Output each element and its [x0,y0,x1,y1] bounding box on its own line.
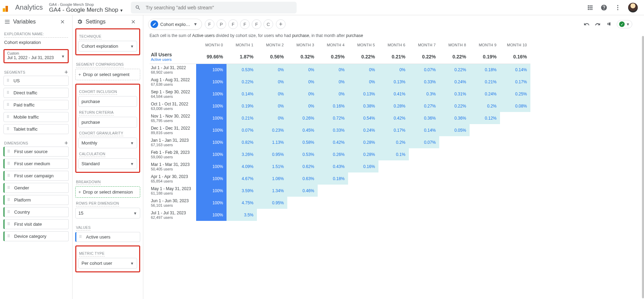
dimension-chip[interactable]: Gender [3,183,69,193]
cohort-cell [470,172,500,185]
cohort-cell: 100% [196,148,227,160]
tab-active[interactable]: Cohort explor… ▼ [148,19,202,30]
breakdown-dropzone[interactable]: + Drop or select dimension [75,186,140,198]
date-range-picker[interactable]: Custom Jul 1, 2022 - Jul 31, 2023 ▼ [3,49,69,63]
redo-icon[interactable] [595,21,601,27]
segment-chip[interactable]: Mobile traffic [3,112,69,122]
add-dimension-button[interactable]: + [64,141,68,145]
row-header: Dec 1 - Dec 31, 202289,816 users [150,124,196,136]
cohort-cell: 0.58% [287,136,318,148]
more-vert-icon[interactable] [614,4,621,11]
dimension-chip[interactable]: First user source [3,147,69,157]
cohort-cell [500,124,530,136]
undo-icon[interactable] [584,21,590,27]
drag-handle-icon [7,235,11,237]
cohort-cell: 4.09% [227,160,257,172]
cohort-cell [378,209,409,221]
cohort-cell: 0.13% [348,88,378,100]
drag-handle-icon [7,104,11,106]
granularity-dropdown[interactable]: Monthly▼ [78,138,137,148]
cohort-cell: 3.59% [227,185,257,197]
calculation-dropdown[interactable]: Standard▼ [78,158,137,169]
cohort-cell [378,172,409,185]
search-bar[interactable] [131,2,297,13]
table-row: Jul 1 - Jul 31, 202362,497 users100%3.5% [150,209,530,221]
close-icon[interactable] [60,19,65,25]
cohort-cell: 100% [196,197,227,209]
cohort-cell [318,197,348,209]
segment-chip[interactable]: Paid traffic [3,100,69,110]
cohort-cell: 100% [196,88,227,100]
segment-chip[interactable]: Direct traffic [3,88,69,98]
search-input[interactable] [146,5,292,10]
cohort-cell: 0% [287,100,318,112]
dimension-chip-label: Country [14,209,30,215]
cohort-cell: 0.46% [287,185,318,197]
row-header: Apr 1 - Apr 30, 202365,854 users [150,172,196,185]
cohort-cell [439,136,470,148]
row-header: Jun 1 - Jun 30, 202356,101 users [150,197,196,209]
cohort-inclusion-field[interactable]: purchase [78,96,137,107]
tab-label: Cohort explor… [160,22,191,27]
cohort-cell [378,197,409,209]
chevron-down-icon: ▼ [130,44,134,48]
share-icon[interactable] [606,21,612,27]
property-picker[interactable]: GA4 - Google Merch Shop GA4 - Google Mer… [49,2,123,13]
drag-handle-icon [7,175,11,177]
cohort-cell [409,197,439,209]
cohort-cell: 0.16% [348,160,378,172]
tab-bubble[interactable]: F [240,19,250,29]
value-chip[interactable]: Active users [75,232,140,242]
rows-dropdown[interactable]: 15▼ [75,208,140,218]
tab-bubble[interactable]: F [205,19,214,29]
dimension-chip[interactable]: First visit date [3,219,69,229]
cohort-cell: 100% [196,100,227,112]
tab-bubble[interactable]: F [228,19,238,29]
exploration-name[interactable]: Cohort exploration [0,40,72,47]
cohort-cell: 0.62% [287,160,318,172]
tab-bubble[interactable]: F [252,19,261,29]
segment-chip-label: Direct traffic [13,90,37,95]
cohort-cell [409,160,439,172]
table-row: Jun 1 - Jun 30, 202356,101 users100%4.75… [150,197,530,209]
close-icon[interactable] [131,19,136,25]
calculation-value: Standard [81,161,100,166]
dimension-chip[interactable]: First user campaign [3,171,69,181]
values-label: VALUES [76,225,90,231]
tab-bubble[interactable]: P [217,19,226,29]
all-users-sub[interactable]: Active users [151,57,193,62]
dimension-chip[interactable]: Device category [3,231,69,241]
tab-bubble[interactable]: C [263,19,273,29]
cohort-cell: 0.31% [439,88,470,100]
avatar[interactable] [628,3,638,12]
metric-type-dropdown[interactable]: Per cohort user▼ [78,258,137,269]
return-criteria-field[interactable]: purchase [78,117,137,128]
cohort-cell [257,209,287,221]
cohort-cell [409,209,439,221]
cohort-cell: 0% [287,64,318,76]
cohort-cell: 0.54% [348,112,378,124]
row-header: Jul 1 - Jul 31, 202362,497 users [150,209,196,221]
cohort-cell [287,209,318,221]
dimension-chip[interactable]: Platform [3,195,69,205]
dimension-chip[interactable]: Country [3,207,69,217]
cohort-inclusion-label: COHORT INCLUSION [79,90,117,95]
add-tab-button[interactable]: + [276,19,286,29]
help-icon[interactable] [600,4,607,11]
segment-chip[interactable]: US [3,76,69,86]
segment-chip[interactable]: Tablet traffic [3,124,69,134]
segment-chip-label: Paid traffic [13,102,35,108]
segment-dropzone[interactable]: + Drop or select segment [75,69,140,80]
status-pill[interactable]: ▼ [617,20,632,28]
technique-value: Cohort exploration [81,44,118,49]
canvas: Cohort explor… ▼ FPFFFC + ▼ Each cell is… [143,15,644,299]
month-header: MONTH 1 [227,40,257,50]
apps-icon[interactable] [587,4,594,11]
chevron-down-icon: ▼ [193,22,198,27]
scrollbar-vertical[interactable] [642,36,644,298]
granularity-label: COHORT GRANULARITY [79,131,123,136]
dimension-chip[interactable]: First user medium [3,159,69,169]
segment-chip-label: US [13,78,20,83]
add-segment-button[interactable]: + [64,70,68,74]
technique-dropdown[interactable]: Cohort exploration ▼ [78,41,137,52]
